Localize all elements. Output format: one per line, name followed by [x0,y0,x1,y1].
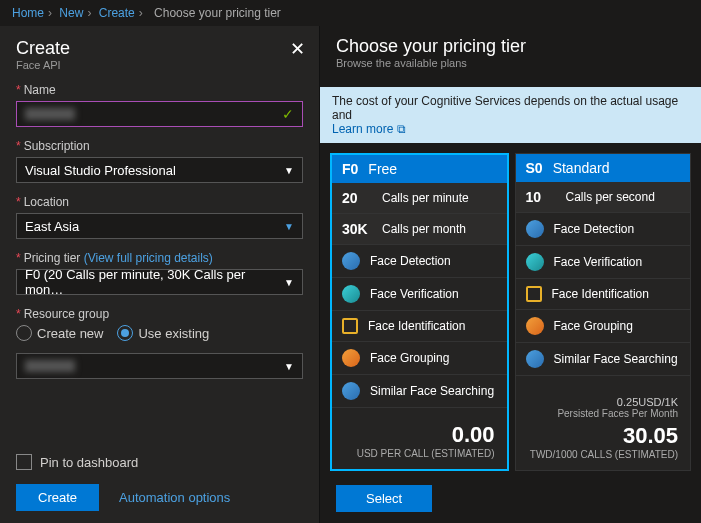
tier-metric-value: 30K [342,221,372,237]
subscription-select[interactable]: Visual Studio Professional ▼ [16,157,303,183]
breadcrumb-home[interactable]: Home [12,6,44,20]
feature-label: Face Detection [554,222,635,236]
create-button[interactable]: Create [16,484,99,511]
feature-icon [526,286,542,302]
price: 30.05 [528,423,679,449]
tier-name: Free [368,161,397,177]
feature-icon [526,253,544,271]
info-banner: The cost of your Cognitive Services depe… [320,87,701,143]
pin-label: Pin to dashboard [40,455,138,470]
subscription-value: Visual Studio Professional [25,163,176,178]
learn-more-link[interactable]: Learn more ⧉ [332,122,406,136]
select-button[interactable]: Select [336,485,432,512]
breadcrumb-new[interactable]: New [59,6,83,20]
tier-metric-label: Calls per minute [382,191,469,205]
pricing-details-link[interactable]: (View full pricing details) [84,251,213,265]
tier-metric-label: Calls per second [566,190,655,204]
feature-label: Face Identification [368,319,465,333]
panel-title: Create [16,38,303,59]
tier-metric-value: 10 [526,189,556,205]
chevron-down-icon: ▼ [284,165,294,176]
chevron-down-icon: ▼ [284,361,294,372]
feature-icon [526,350,544,368]
tier-code: F0 [342,161,358,177]
feature-label: Face Identification [552,287,649,301]
tier-name: Standard [553,160,610,176]
feature-label: Similar Face Searching [554,352,678,366]
chevron-down-icon: ▼ [284,277,294,288]
right-subtitle: Browse the available plans [336,57,685,69]
feature-label: Face Grouping [370,351,449,365]
name-value [25,108,75,120]
pin-checkbox[interactable] [16,454,32,470]
breadcrumb: Home› New› Create› Choose your pricing t… [0,0,701,26]
feature-icon [342,349,360,367]
rg-value [25,360,75,372]
pricing-value: F0 (20 Calls per minute, 30K Calls per m… [25,267,284,297]
automation-link[interactable]: Automation options [119,490,230,505]
sub-price: 0.25USD/1K [528,396,679,408]
feature-label: Face Detection [370,254,451,268]
panel-subtitle: Face API [16,59,303,71]
rg-create-radio[interactable]: Create new [16,325,103,341]
tier-card-s0[interactable]: S0Standard10Calls per secondFace Detecti… [515,153,692,471]
feature-icon [342,318,358,334]
feature-label: Face Verification [370,287,459,301]
close-icon[interactable]: ✕ [290,38,305,60]
name-input[interactable]: ✓ [16,101,303,127]
tier-code: S0 [526,160,543,176]
price-unit: USD PER CALL (ESTIMATED) [344,448,495,459]
feature-icon [342,382,360,400]
subscription-label: Subscription [24,139,90,153]
feature-label: Similar Face Searching [370,384,494,398]
sub-price-label: Persisted Faces Per Month [528,408,679,419]
tier-card-f0[interactable]: F0Free20Calls per minute30KCalls per mon… [330,153,509,471]
right-title: Choose your pricing tier [336,36,685,57]
feature-icon [526,317,544,335]
feature-label: Face Grouping [554,319,633,333]
location-value: East Asia [25,219,79,234]
price-unit: TWD/1000 CALLS (ESTIMATED) [528,449,679,460]
pricing-select[interactable]: F0 (20 Calls per minute, 30K Calls per m… [16,269,303,295]
location-select[interactable]: East Asia ▼ [16,213,303,239]
rg-label: Resource group [24,307,109,321]
rg-select[interactable]: ▼ [16,353,303,379]
breadcrumb-current: Choose your pricing tier [154,6,281,20]
rg-existing-radio[interactable]: Use existing [117,325,209,341]
feature-icon [526,220,544,238]
feature-icon [342,285,360,303]
valid-check-icon: ✓ [282,106,294,122]
feature-icon [342,252,360,270]
tier-metric-label: Calls per month [382,222,466,236]
breadcrumb-create[interactable]: Create [99,6,135,20]
pricing-label: Pricing tier [24,251,81,265]
create-panel: ✕ Create Face API *Name ✓ *Subscription … [0,26,320,523]
name-label: Name [24,83,56,97]
chevron-down-icon: ▼ [284,221,294,232]
location-label: Location [24,195,69,209]
price: 0.00 [344,422,495,448]
pricing-panel: Choose your pricing tier Browse the avai… [320,26,701,523]
feature-label: Face Verification [554,255,643,269]
tier-metric-value: 20 [342,190,372,206]
